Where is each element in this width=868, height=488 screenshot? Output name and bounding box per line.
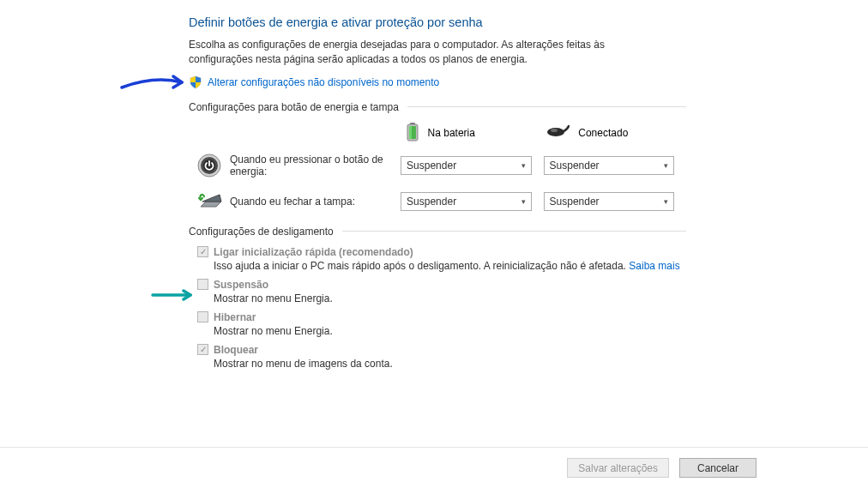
change-unavailable-link[interactable]: Alterar configurações não disponíveis no… [208,76,439,88]
page-title: Definir botões de energia e ativar prote… [189,15,686,29]
col-plugged: Conectado [546,124,686,142]
plug-icon [546,124,570,142]
svg-rect-3 [409,126,412,139]
select-value: Suspender [407,196,456,208]
option-fast-startup: Ligar inicialização rápida (recomendado)… [197,246,686,272]
hibernate-title: Hibernar [214,311,256,323]
battery-icon [406,122,419,145]
page-description: Escolha as configurações de energia dese… [189,38,669,67]
lock-sub: Mostrar no menu de imagens da conta. [214,358,686,370]
option-sleep: Suspensão Mostrar no menu Energia. [197,279,686,304]
fast-startup-sub-text: Isso ajuda a iniciar o PC mais rápido ap… [214,260,629,272]
select-value: Suspender [407,160,456,172]
lid-battery-select[interactable]: Suspender ▾ [401,192,531,211]
chevron-down-icon: ▾ [521,161,526,170]
row-power-button: Quando eu pressionar o botão de energia:… [189,154,686,178]
lid-plugged-select[interactable]: Suspender ▾ [544,192,674,211]
lid-icon [189,191,230,212]
checkbox-hibernate[interactable] [197,311,208,322]
lock-title: Bloquear [214,344,258,356]
lid-label: Quando eu fechar a tampa: [230,196,401,208]
col-battery-label: Na bateria [428,127,475,139]
option-lock: Bloquear Mostrar no menu de imagens da c… [197,344,686,370]
select-value: Suspender [550,196,600,208]
section-shutdown: Configurações de desligamento [189,226,686,238]
column-headers: Na bateria Conectado [189,122,686,145]
learn-more-link[interactable]: Saiba mais [629,260,679,272]
section-power-buttons: Configurações para botão de energia e ta… [189,101,686,113]
sleep-sub: Mostrar no menu Energia. [214,292,686,304]
col-plugged-label: Conectado [578,127,628,139]
divider [342,231,686,232]
power-button-label: Quando eu pressionar o botão de energia: [230,154,401,178]
main-panel: Definir botões de energia e ativar prote… [0,0,686,370]
chevron-down-icon: ▾ [664,161,668,170]
chevron-down-icon: ▾ [664,197,668,206]
cancel-button[interactable]: Cancelar [679,458,756,478]
svg-point-5 [551,129,558,132]
row-lid: Quando eu fechar a tampa: Suspender ▾ Su… [189,191,686,212]
section-label: Configurações de desligamento [189,226,334,238]
save-button[interactable]: Salvar alterações [567,458,669,478]
checkbox-fast-startup[interactable] [197,246,208,257]
footer-bar: Salvar alterações Cancelar [0,447,868,488]
fast-startup-sub: Isso ajuda a iniciar o PC mais rápido ap… [214,260,686,272]
checkbox-sleep[interactable] [197,279,208,290]
section-label: Configurações para botão de energia e ta… [189,101,399,113]
checkbox-lock[interactable] [197,344,208,355]
chevron-down-icon: ▾ [521,197,526,206]
col-battery: Na bateria [406,122,546,145]
shutdown-options: Ligar inicialização rápida (recomendado)… [189,246,686,370]
power-battery-select[interactable]: Suspender ▾ [401,156,531,175]
sleep-title: Suspensão [214,279,268,291]
power-plugged-select[interactable]: Suspender ▾ [544,156,674,175]
uac-shield-icon [189,75,202,89]
option-hibernate: Hibernar Mostrar no menu Energia. [197,311,686,337]
divider [407,106,686,107]
power-button-icon [189,154,230,178]
fast-startup-title: Ligar inicialização rápida (recomendado) [214,246,413,258]
change-settings-row: Alterar configurações não disponíveis no… [189,75,686,89]
hibernate-sub: Mostrar no menu Energia. [214,325,686,337]
select-value: Suspender [550,160,600,172]
